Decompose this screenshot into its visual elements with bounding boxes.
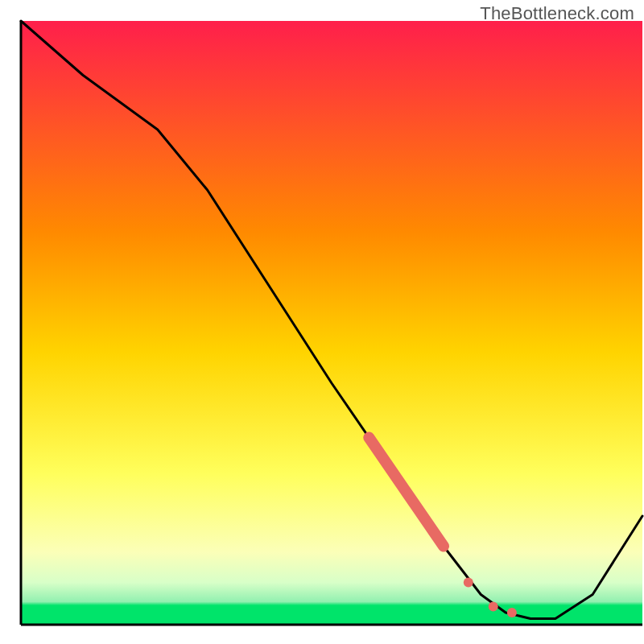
marker-dot — [464, 578, 473, 588]
plot-area — [21, 21, 642, 625]
watermark-text: TheBottleneck.com — [480, 3, 634, 24]
gradient-fill — [21, 21, 642, 625]
marker-dot — [489, 602, 498, 612]
bottleneck-chart — [0, 0, 644, 644]
marker-dot — [507, 608, 517, 617]
chart-container: TheBottleneck.com — [0, 0, 644, 644]
